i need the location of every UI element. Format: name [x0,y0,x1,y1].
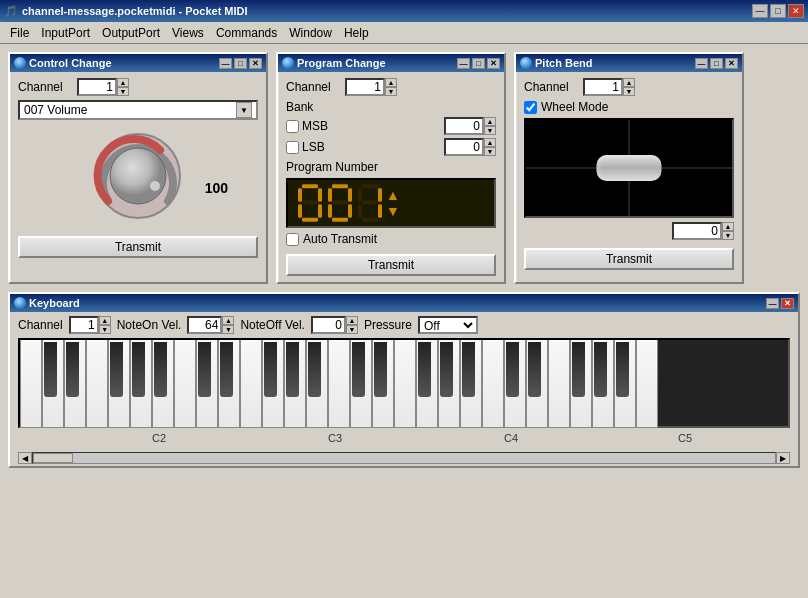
pb-wheel-mode-checkbox[interactable] [524,101,537,114]
cc-close-btn[interactable]: ✕ [249,58,262,69]
kbd-noteoff-up[interactable]: ▲ [346,316,358,325]
kbd-close-btn[interactable]: ✕ [781,298,794,309]
white-key[interactable] [548,340,570,428]
pc-lsb-down[interactable]: ▼ [484,147,496,156]
pb-pitch-canvas[interactable] [524,118,734,218]
pb-transmit-button[interactable]: Transmit [524,248,734,270]
pc-lsb-checkbox[interactable] [286,141,299,154]
pb-value-input[interactable]: 0 [672,222,722,240]
black-key[interactable] [572,342,585,397]
kbd-noteoff-input[interactable]: 0 [311,316,346,334]
cc-controller-value: 007 Volume [24,103,236,117]
kbd-noteon-input[interactable]: 64 [187,316,222,334]
pb-channel-input[interactable]: 1 [583,78,623,96]
kbd-channel-down[interactable]: ▼ [99,325,111,334]
black-key[interactable] [462,342,475,397]
black-key[interactable] [264,342,277,397]
kbd-scrollbar-track[interactable] [32,452,776,464]
kbd-pressure-select[interactable]: Off Channel Poly [418,316,478,334]
pc-msb-input[interactable]: 0 [444,117,484,135]
kbd-channel-up[interactable]: ▲ [99,316,111,325]
kbd-noteon-spin: 64 ▲ ▼ [187,316,234,334]
cc-controller-dropdown[interactable]: 007 Volume ▼ [18,100,258,120]
pc-auto-transmit-checkbox[interactable] [286,233,299,246]
cc-maximize-btn[interactable]: □ [234,58,247,69]
pc-msb-down[interactable]: ▼ [484,126,496,135]
pc-channel-down[interactable]: ▼ [385,87,397,96]
white-key[interactable] [482,340,504,428]
pb-minimize-btn[interactable]: — [695,58,708,69]
pc-msb-checkbox[interactable] [286,120,299,133]
pb-close-btn[interactable]: ✕ [725,58,738,69]
cc-transmit-button[interactable]: Transmit [18,236,258,258]
black-key[interactable] [528,342,541,397]
black-key[interactable] [132,342,145,397]
cc-channel-down[interactable]: ▼ [117,87,129,96]
pb-pitch-thumb[interactable] [597,155,662,181]
cc-knob-value: 100 [205,180,228,196]
menu-window[interactable]: Window [283,24,338,42]
black-key[interactable] [198,342,211,397]
pc-maximize-btn[interactable]: □ [472,58,485,69]
cc-knob[interactable] [88,126,188,226]
black-key[interactable] [66,342,79,397]
kbd-channel-label: Channel [18,318,63,332]
menu-outputport[interactable]: OutputPort [96,24,166,42]
kbd-noteon-up[interactable]: ▲ [222,316,234,325]
black-key[interactable] [110,342,123,397]
menu-views[interactable]: Views [166,24,210,42]
white-key[interactable] [20,340,42,428]
black-key[interactable] [440,342,453,397]
black-key[interactable] [220,342,233,397]
pb-value-up[interactable]: ▲ [722,222,734,231]
cc-minimize-btn[interactable]: — [219,58,232,69]
kbd-scrollbar-right[interactable]: ▶ [776,452,790,464]
pb-value-down[interactable]: ▼ [722,231,734,240]
pc-msb-up[interactable]: ▲ [484,117,496,126]
black-key[interactable] [418,342,431,397]
white-key[interactable] [394,340,416,428]
close-button[interactable]: ✕ [788,4,804,18]
cc-channel-input[interactable]: 1 [77,78,117,96]
seg-down-arrow[interactable]: ▼ [386,204,400,218]
black-key[interactable] [616,342,629,397]
pc-channel-input[interactable]: 1 [345,78,385,96]
pc-lsb-up[interactable]: ▲ [484,138,496,147]
pc-channel-up[interactable]: ▲ [385,78,397,87]
white-key[interactable] [328,340,350,428]
white-key[interactable] [240,340,262,428]
white-key[interactable] [86,340,108,428]
kbd-noteon-down[interactable]: ▼ [222,325,234,334]
menu-file[interactable]: File [4,24,35,42]
kbd-minimize-btn[interactable]: — [766,298,779,309]
pb-channel-down[interactable]: ▼ [623,87,635,96]
minimize-button[interactable]: — [752,4,768,18]
menu-inputport[interactable]: InputPort [35,24,96,42]
black-key[interactable] [308,342,321,397]
maximize-button[interactable]: □ [770,4,786,18]
kbd-scrollbar-thumb[interactable] [33,453,73,463]
pc-transmit-button[interactable]: Transmit [286,254,496,276]
pb-panel-content: Channel 1 ▲ ▼ Wheel Mode [516,72,742,276]
black-key[interactable] [352,342,365,397]
black-key[interactable] [506,342,519,397]
black-key[interactable] [594,342,607,397]
pc-minimize-btn[interactable]: — [457,58,470,69]
black-key[interactable] [286,342,299,397]
white-key[interactable] [636,340,658,428]
pc-close-btn[interactable]: ✕ [487,58,500,69]
seg-up-arrow[interactable]: ▲ [386,188,400,202]
kbd-noteoff-down[interactable]: ▼ [346,325,358,334]
menu-help[interactable]: Help [338,24,375,42]
kbd-channel-input[interactable]: 1 [69,316,99,334]
menu-commands[interactable]: Commands [210,24,283,42]
white-key[interactable] [174,340,196,428]
kbd-scrollbar-left[interactable]: ◀ [18,452,32,464]
black-key[interactable] [44,342,57,397]
black-key[interactable] [374,342,387,397]
pb-channel-up[interactable]: ▲ [623,78,635,87]
pc-lsb-input[interactable]: 0 [444,138,484,156]
black-key[interactable] [154,342,167,397]
cc-channel-up[interactable]: ▲ [117,78,129,87]
pb-maximize-btn[interactable]: □ [710,58,723,69]
